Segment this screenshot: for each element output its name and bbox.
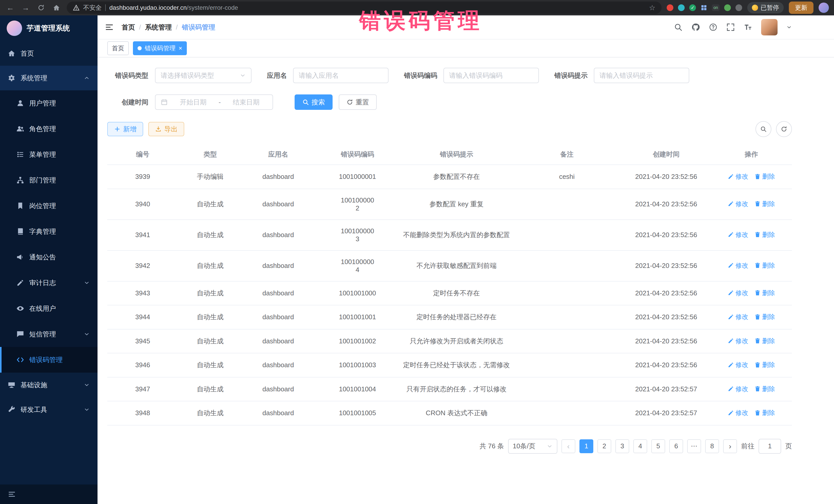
reset-button[interactable]: 重置 (339, 94, 377, 110)
extension-leaf-icon[interactable] (724, 4, 731, 11)
update-button[interactable]: 更新 (789, 2, 813, 14)
hamburger-icon[interactable] (105, 23, 114, 32)
refresh-table-button[interactable] (776, 121, 792, 137)
delete-link[interactable]: 删除 (754, 360, 775, 369)
delete-link[interactable]: 删除 (754, 337, 775, 345)
edit-link[interactable]: 修改 (728, 409, 748, 417)
breadcrumb-home[interactable]: 首页 (122, 23, 135, 32)
sidebar-item-devtools[interactable]: 研发工具 (0, 397, 97, 422)
sidebar-item-system[interactable]: 系统管理 (0, 66, 97, 90)
sidebar-collapse-button[interactable] (0, 484, 97, 504)
pager-page-8[interactable]: 8 (705, 439, 719, 453)
cell-code: 1001001003 (314, 353, 401, 377)
edit-link[interactable]: 修改 (728, 231, 748, 239)
page-size-select[interactable]: 10条/页 (508, 439, 557, 454)
reload-icon[interactable] (36, 3, 46, 13)
table-row: 3944自动生成dashboard1001001001定时任务的处理器已经存在2… (107, 305, 792, 329)
delete-link[interactable]: 删除 (754, 409, 775, 417)
pager-page-1[interactable]: 1 (579, 439, 593, 453)
sidebar-item-online-users[interactable]: 在线用户 (0, 295, 97, 321)
sidebar-item-depts[interactable]: 部门管理 (0, 167, 97, 193)
extension-green-check-icon[interactable]: ✓ (689, 4, 696, 11)
sidebar-item-label: 用户管理 (29, 99, 56, 108)
export-button[interactable]: 导出 (148, 122, 184, 136)
delete-link[interactable]: 删除 (754, 261, 775, 270)
back-icon[interactable]: ← (5, 3, 15, 13)
edit-link[interactable]: 修改 (728, 360, 748, 369)
tab-home[interactable]: 首页 (107, 41, 129, 55)
browser-home-icon[interactable] (51, 3, 62, 13)
sidebar-item-home[interactable]: 首页 (0, 41, 97, 66)
font-size-icon[interactable] (744, 23, 752, 31)
forward-icon[interactable]: → (21, 3, 31, 13)
error-type-select[interactable]: 请选择错误码类型 (155, 68, 251, 83)
toggle-search-button[interactable] (755, 121, 771, 137)
edit-link[interactable]: 修改 (728, 385, 748, 393)
sidebar-logo[interactable]: 芋道管理系统 (0, 15, 97, 41)
user-avatar[interactable] (761, 19, 777, 36)
pager-page-5[interactable]: 5 (651, 439, 665, 453)
pager-prev[interactable]: ‹ (562, 439, 575, 453)
extension-grid-icon[interactable] (701, 4, 707, 11)
edit-link[interactable]: 修改 (728, 200, 748, 208)
browser-extensions: ✓ on (667, 4, 742, 11)
pager-page-2[interactable]: 2 (597, 439, 611, 453)
column-header-0: 编号 (107, 144, 178, 165)
edit-link[interactable]: 修改 (728, 289, 748, 297)
pager-more[interactable]: ⋯ (687, 439, 701, 453)
delete-link[interactable]: 删除 (754, 231, 775, 239)
sidebar-item-posts[interactable]: 岗位管理 (0, 193, 97, 219)
search-icon[interactable] (674, 23, 683, 31)
delete-link[interactable]: 删除 (754, 200, 775, 208)
pager-page-3[interactable]: 3 (615, 439, 629, 453)
sidebar-item-sms[interactable]: 短信管理 (0, 321, 97, 347)
help-icon[interactable] (709, 23, 718, 31)
add-button[interactable]: 新增 (107, 122, 143, 136)
browser-profile-avatar[interactable] (819, 3, 829, 13)
extension-teal-icon[interactable] (678, 4, 685, 11)
sidebar-item-label: 菜单管理 (29, 150, 56, 159)
paused-badge[interactable]: 已暂停 (747, 2, 784, 13)
breadcrumb-system[interactable]: 系统管理 (145, 23, 172, 32)
cell-type: 自动生成 (178, 329, 242, 353)
tab-error-code[interactable]: 错误码管理 × (133, 41, 187, 55)
sidebar-item-label: 通知公告 (29, 253, 56, 262)
date-range-picker[interactable]: 开始日期 - 结束日期 (155, 94, 273, 110)
delete-link[interactable]: 删除 (754, 172, 775, 181)
pager-next[interactable]: › (723, 439, 737, 453)
delete-link[interactable]: 删除 (754, 312, 775, 321)
close-icon[interactable]: × (179, 45, 182, 51)
search-button[interactable]: 搜索 (294, 94, 333, 110)
sidebar-item-error-code[interactable]: 错误码管理 (0, 347, 97, 373)
cell-type: 自动生成 (178, 353, 242, 377)
sidebar-item-audit-log[interactable]: 审计日志 (0, 270, 97, 295)
delete-link[interactable]: 删除 (754, 385, 775, 393)
edit-link[interactable]: 修改 (728, 312, 748, 321)
edit-link[interactable]: 修改 (728, 337, 748, 345)
sidebar-item-infra[interactable]: 基础设施 (0, 373, 97, 397)
error-hint-input[interactable] (594, 68, 689, 83)
sidebar-item-menus[interactable]: 菜单管理 (0, 141, 97, 167)
github-icon[interactable] (691, 23, 700, 31)
chevron-down-icon[interactable] (786, 24, 792, 30)
sidebar-item-roles[interactable]: 角色管理 (0, 116, 97, 141)
sidebar-item-users[interactable]: 用户管理 (0, 90, 97, 116)
goto-page-input[interactable] (759, 439, 781, 454)
error-code-input[interactable] (443, 68, 539, 83)
bookmark-star-icon[interactable]: ☆ (649, 4, 655, 12)
delete-link[interactable]: 删除 (754, 289, 775, 297)
sidebar-item-notices[interactable]: 通知公告 (0, 244, 97, 270)
edit-link[interactable]: 修改 (728, 261, 748, 270)
fullscreen-icon[interactable] (726, 23, 735, 31)
pager-page-4[interactable]: 4 (633, 439, 647, 453)
address-bar[interactable]: 不安全 dashboard.yudao.iocoder.cn/system/er… (67, 2, 662, 14)
app-name-input[interactable] (293, 68, 389, 83)
search-icon (302, 99, 309, 106)
sidebar-item-dicts[interactable]: 字典管理 (0, 219, 97, 244)
edit-link[interactable]: 修改 (728, 172, 748, 181)
extension-puzzle-icon[interactable] (736, 4, 742, 11)
pager-page-6[interactable]: 6 (669, 439, 683, 453)
extension-on-badge[interactable]: on (712, 4, 720, 11)
cell-app: dashboard (242, 250, 314, 281)
extension-red-icon[interactable] (667, 4, 673, 11)
